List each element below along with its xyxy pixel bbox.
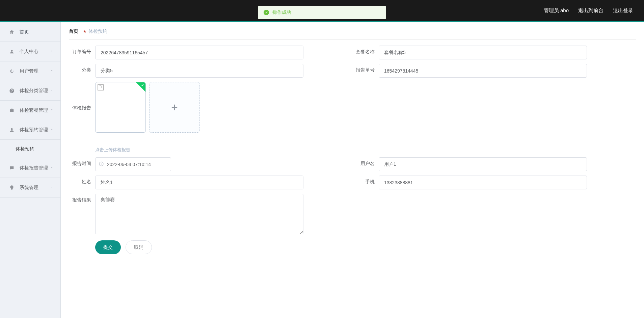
sidebar-item-label: 体检分类管理	[20, 88, 48, 94]
sidebar-subitem-booking[interactable]: 体检预约	[0, 140, 60, 158]
chat-icon	[9, 165, 15, 171]
cancel-button[interactable]: 取消	[126, 240, 152, 254]
upload-area	[95, 82, 352, 133]
success-toast: ✓ 操作成功	[258, 6, 386, 19]
user-icon	[9, 49, 15, 54]
submit-button[interactable]: 提交	[95, 240, 121, 254]
sidebar-item-users[interactable]: 用户管理	[0, 61, 60, 81]
plus-icon	[170, 103, 179, 112]
label-category: 分类	[69, 64, 95, 73]
upload-add-button[interactable]	[149, 82, 200, 133]
sidebar-item-label: 个人中心	[20, 49, 38, 55]
breadcrumb-home[interactable]: 首页	[69, 28, 78, 34]
sidebar-item-category[interactable]: 体检分类管理	[0, 81, 60, 101]
upload-thumbnail[interactable]	[95, 82, 146, 133]
input-package-name[interactable]	[379, 46, 587, 59]
check-circle-icon: ✓	[264, 10, 269, 15]
label-report-time: 报告时间	[69, 157, 95, 167]
input-name[interactable]	[95, 176, 303, 189]
home-icon	[9, 29, 15, 35]
sidebar-item-label: 体检套餐管理	[20, 107, 48, 113]
bulb-icon	[9, 185, 15, 190]
breadcrumb: 首页 体检预约	[69, 22, 636, 39]
sidebar-item-report[interactable]: 体检报告管理	[0, 158, 60, 178]
upload-tip: 点击上传体检报告	[95, 147, 352, 153]
toast-text: 操作成功	[272, 9, 291, 16]
chevron-down-icon	[50, 108, 54, 113]
input-report-no[interactable]	[379, 64, 587, 78]
broken-image-icon	[98, 84, 104, 90]
label-report-file: 体检报告	[69, 82, 95, 111]
app-header: ✓ 操作成功 管理员 abo 退出到前台 退出登录	[0, 0, 644, 22]
input-phone[interactable]	[379, 176, 587, 189]
textarea-result[interactable]	[95, 194, 303, 234]
sidebar-item-system[interactable]: 系统管理	[0, 178, 60, 197]
power-icon	[9, 69, 15, 74]
logout-link[interactable]: 退出登录	[613, 7, 633, 14]
user-icon	[9, 127, 15, 133]
chevron-up-icon	[50, 127, 54, 132]
admin-label[interactable]: 管理员 abo	[544, 7, 569, 14]
label-package-name: 套餐名称	[352, 46, 379, 55]
label-name: 姓名	[69, 176, 95, 185]
chevron-down-icon	[50, 88, 54, 93]
chevron-down-icon	[50, 69, 54, 74]
sidebar-item-package[interactable]: 体检套餐管理	[0, 101, 60, 120]
label-order-no: 订单编号	[69, 46, 95, 55]
exit-front-link[interactable]: 退出到前台	[578, 7, 603, 14]
question-icon	[9, 88, 15, 94]
label-report-no: 报告单号	[352, 64, 379, 73]
briefcase-icon	[9, 108, 15, 113]
chevron-down-icon	[50, 185, 54, 190]
input-report-time[interactable]	[95, 157, 171, 171]
sidebar: 首页 个人中心 用户管理 体检分类管理	[0, 22, 61, 318]
sidebar-home-label: 首页	[20, 29, 29, 35]
input-user[interactable]	[379, 157, 587, 171]
input-category[interactable]	[95, 64, 303, 78]
sidebar-item-personal[interactable]: 个人中心	[0, 42, 60, 61]
sidebar-item-label: 用户管理	[20, 68, 38, 74]
label-result: 报告结果	[69, 194, 95, 203]
input-order-no[interactable]	[95, 46, 303, 59]
chevron-down-icon	[50, 165, 54, 170]
label-user: 用户名	[352, 157, 379, 167]
sidebar-item-label: 体检报告管理	[20, 165, 48, 171]
breadcrumb-current: 体检预约	[88, 28, 107, 34]
clock-icon	[99, 161, 104, 167]
label-phone: 手机	[352, 176, 379, 185]
sidebar-item-label: 系统管理	[20, 185, 38, 191]
breadcrumb-sep-icon	[83, 29, 86, 34]
sidebar-subitem-label: 体检预约	[16, 146, 34, 152]
main-content: 首页 体检预约 订单编号 套餐名称 分类	[61, 22, 644, 318]
sidebar-item-booking[interactable]: 体检预约管理	[0, 120, 60, 140]
chevron-down-icon	[50, 49, 54, 54]
form: 订单编号 套餐名称 分类 报告单号	[69, 46, 636, 254]
sidebar-home[interactable]: 首页	[0, 22, 60, 42]
sidebar-item-label: 体检预约管理	[20, 127, 48, 133]
